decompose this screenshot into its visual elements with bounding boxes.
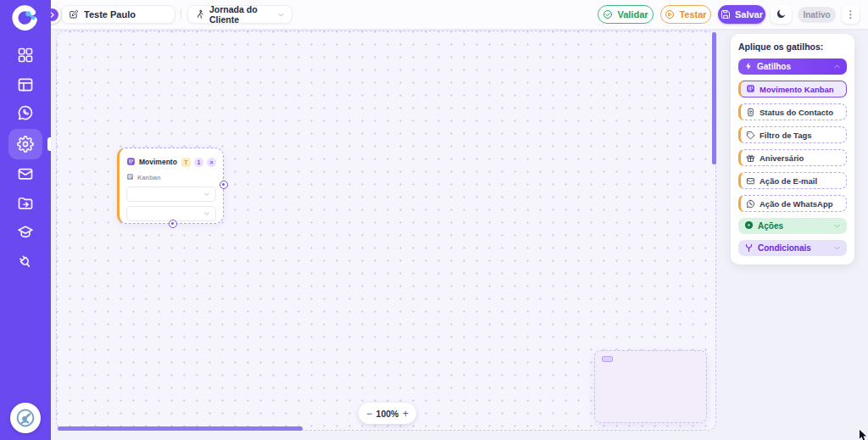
canvas-minimap[interactable]: [594, 350, 707, 423]
status-badge: Inativo: [798, 7, 836, 23]
kanban-icon: [126, 173, 134, 182]
section-label: Gatilhos: [757, 62, 829, 71]
minimap-node: [602, 356, 613, 362]
save-label: Salvar: [735, 9, 763, 19]
journey-type-select[interactable]: Jornada do Cliente: [187, 5, 292, 24]
app-logo-icon: [11, 5, 38, 32]
more-options-button[interactable]: ⋮: [842, 5, 860, 24]
chevron-down-icon: [833, 244, 841, 252]
trigger-label: Filtro de Tags: [760, 131, 841, 140]
sidebar: [0, 0, 51, 440]
node-subtitle: Kanban: [137, 174, 161, 181]
sidebar-active-indicator: [47, 137, 51, 151]
topbar-divider: [181, 9, 181, 19]
board-icon[interactable]: [17, 76, 34, 93]
flow-name-input[interactable]: [84, 9, 168, 19]
trigger-item-aniversario[interactable]: Aniversário: [738, 149, 847, 166]
section-acoes[interactable]: Ações: [738, 218, 847, 234]
play-circle-icon: [744, 220, 754, 231]
user-avatar[interactable]: [10, 403, 41, 433]
zoom-in-button[interactable]: +: [403, 409, 409, 419]
validate-label: Validar: [617, 9, 648, 19]
mail-icon: [746, 176, 755, 186]
kanban-icon: [126, 154, 136, 170]
contact-icon: [746, 108, 755, 117]
flow-name-field[interactable]: [61, 5, 175, 24]
section-condicionais[interactable]: Condicionais: [738, 240, 847, 256]
section-label: Condicionais: [758, 243, 829, 253]
education-icon[interactable]: [17, 224, 34, 241]
flow-canvas[interactable]: Movimento ... T 1 × Kanban: [56, 31, 716, 431]
test-label: Testar: [679, 9, 706, 19]
node-type-badge: T: [181, 158, 191, 167]
node-count-badge: 1: [194, 158, 203, 167]
trigger-label: Ação de WhatsApp: [760, 199, 841, 209]
node-output-handle-right[interactable]: [220, 181, 228, 189]
zoom-out-button[interactable]: −: [366, 409, 372, 419]
walking-person-icon: [195, 9, 205, 19]
section-gatilhos[interactable]: Gatilhos: [738, 58, 847, 75]
branch-icon: [744, 243, 754, 253]
trigger-label: Ação de E-mail: [760, 176, 841, 186]
horizontal-scrollbar[interactable]: [58, 426, 303, 431]
gift-icon: [746, 153, 755, 163]
tag-icon: [746, 131, 755, 140]
lightning-icon: [744, 62, 753, 72]
kebab-icon: ⋮: [846, 8, 856, 20]
save-button[interactable]: Salvar: [718, 5, 765, 24]
journey-select-value: Jornada do Cliente: [209, 4, 272, 25]
panel-title: Aplique os gatilhos:: [738, 42, 847, 52]
status-label: Inativo: [803, 10, 830, 19]
flow-builder-app: Jornada do Cliente Validar Testar Salvar: [0, 0, 868, 440]
node-title: Movimento ...: [139, 158, 178, 166]
zoom-control: − 100% +: [359, 403, 416, 424]
trigger-item-status-contacto[interactable]: Status do Contacto: [738, 103, 847, 120]
chevron-up-icon: [833, 63, 841, 70]
edit-icon: [69, 9, 79, 19]
save-icon: [721, 9, 731, 19]
chevron-down-icon: [833, 222, 841, 230]
moon-icon: [776, 8, 787, 21]
vertical-scrollbar[interactable]: [712, 32, 716, 164]
node-close-button[interactable]: ×: [207, 158, 216, 167]
dark-mode-toggle[interactable]: [771, 5, 792, 24]
check-circle-icon: [603, 9, 613, 19]
trigger-label: Movimento Kanban: [760, 85, 841, 94]
trigger-item-filtro-tags[interactable]: Filtro de Tags: [738, 126, 847, 143]
trigger-item-acao-email[interactable]: Ação de E-mail: [738, 172, 847, 189]
dashboard-icon[interactable]: [17, 47, 34, 64]
whatsapp-icon: [746, 199, 755, 209]
whatsapp-icon[interactable]: [17, 104, 34, 121]
test-button[interactable]: Testar: [660, 5, 711, 24]
trigger-node-movimento-kanban[interactable]: Movimento ... T 1 × Kanban: [117, 148, 224, 224]
mouse-cursor: [859, 429, 868, 440]
topbar: Jornada do Cliente Validar Testar Salvar: [51, 0, 868, 29]
play-circle-icon: [665, 9, 675, 19]
trigger-label: Aniversário: [760, 153, 841, 163]
trigger-label: Status do Contacto: [760, 108, 841, 117]
settings-icon[interactable]: [17, 136, 34, 153]
trigger-item-movimento-kanban[interactable]: Movimento Kanban: [738, 81, 847, 97]
folder-import-icon[interactable]: [17, 195, 34, 212]
trigger-item-acao-whatsapp[interactable]: Ação de WhatsApp: [738, 195, 847, 212]
inbox-icon[interactable]: [17, 165, 34, 182]
chevron-down-icon: [277, 11, 285, 19]
section-label: Ações: [758, 221, 829, 231]
integrations-icon[interactable]: [17, 253, 34, 270]
node-output-handle-bottom[interactable]: [169, 220, 177, 228]
triggers-panel: Aplique os gatilhos: Gatilhos Movimento …: [731, 34, 854, 265]
validate-button[interactable]: Validar: [598, 5, 654, 24]
zoom-level: 100%: [376, 409, 399, 419]
kanban-icon: [746, 84, 755, 95]
node-select-board[interactable]: [126, 187, 216, 202]
